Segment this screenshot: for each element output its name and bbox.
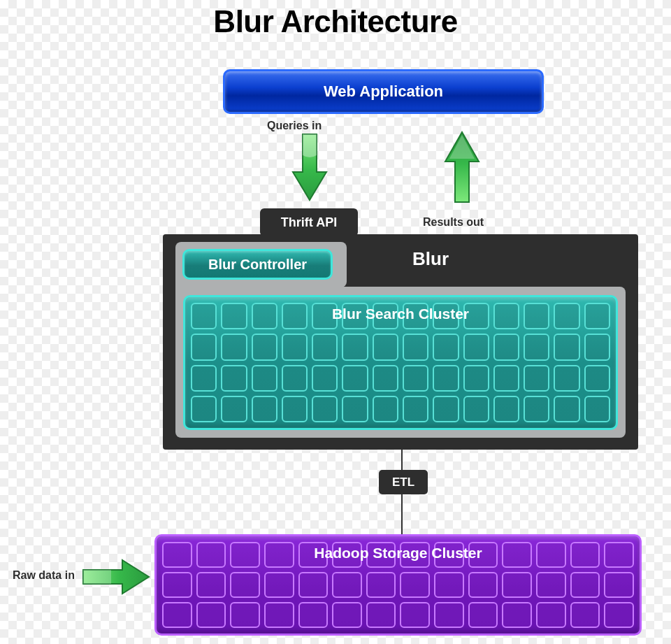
cluster-node xyxy=(332,572,362,598)
cluster-node xyxy=(264,572,294,598)
blur-search-cluster-box: Blur Search Cluster xyxy=(183,295,618,430)
cluster-node xyxy=(312,365,338,392)
cluster-node xyxy=(264,602,294,628)
web-application-label: Web Application xyxy=(324,83,443,101)
cluster-node xyxy=(162,572,192,598)
cluster-node xyxy=(434,602,464,628)
cluster-node xyxy=(342,396,368,422)
cluster-node xyxy=(342,365,368,392)
cluster-node xyxy=(604,572,634,598)
cluster-node xyxy=(584,396,610,422)
cluster-node xyxy=(366,572,396,598)
cluster-node xyxy=(604,602,634,628)
arrow-down-icon xyxy=(290,133,329,203)
cluster-node xyxy=(298,572,329,598)
queries-in-label: Queries in xyxy=(267,120,322,132)
arrow-right-icon xyxy=(82,557,152,596)
cluster-node xyxy=(524,396,549,422)
cluster-node xyxy=(366,602,396,628)
cluster-node xyxy=(312,334,338,360)
cluster-node xyxy=(468,602,498,628)
cluster-node xyxy=(554,365,579,392)
etl-box: ETL xyxy=(379,470,428,494)
cluster-node xyxy=(493,396,519,422)
cluster-node xyxy=(298,602,329,628)
cluster-node xyxy=(400,602,430,628)
cluster-node xyxy=(282,365,308,392)
cluster-node xyxy=(332,602,362,628)
cluster-node xyxy=(191,365,217,392)
cluster-node xyxy=(433,365,459,392)
cluster-node xyxy=(584,365,610,392)
blur-label: Blur xyxy=(412,248,449,270)
cluster-node xyxy=(252,396,277,422)
raw-data-in-label: Raw data in xyxy=(13,569,75,582)
cluster-node xyxy=(463,365,489,392)
thrift-api-label: Thrift API xyxy=(281,215,337,230)
cluster-node xyxy=(502,602,532,628)
cluster-node xyxy=(403,365,428,392)
hadoop-cluster-label: Hadoop Storage Cluster xyxy=(157,545,640,561)
cluster-node xyxy=(463,334,489,360)
cluster-node xyxy=(221,396,247,422)
cluster-node xyxy=(463,396,489,422)
cluster-node xyxy=(282,396,308,422)
cluster-node xyxy=(493,334,519,360)
cluster-node xyxy=(524,365,549,392)
cluster-node xyxy=(373,365,398,392)
cluster-node xyxy=(493,365,519,392)
cluster-node xyxy=(554,396,579,422)
cluster-node xyxy=(433,334,459,360)
cluster-node xyxy=(570,602,600,628)
cluster-node xyxy=(434,572,464,598)
thrift-api-box: Thrift API xyxy=(260,208,358,236)
cluster-node xyxy=(373,334,398,360)
cluster-node xyxy=(403,334,428,360)
cluster-node xyxy=(282,334,308,360)
etl-label: ETL xyxy=(392,475,414,489)
cluster-node xyxy=(196,572,226,598)
cluster-node xyxy=(196,602,226,628)
cluster-node xyxy=(221,365,247,392)
cluster-node xyxy=(342,334,368,360)
cluster-node xyxy=(468,572,498,598)
cluster-node xyxy=(221,334,247,360)
web-application-box: Web Application xyxy=(223,69,544,114)
blur-controller-box: Blur Controller xyxy=(182,249,333,280)
cluster-node xyxy=(252,365,277,392)
results-out-label: Results out xyxy=(423,216,484,229)
cluster-node xyxy=(536,602,566,628)
arrow-up-icon xyxy=(442,131,482,204)
cluster-node xyxy=(524,334,549,360)
cluster-node xyxy=(191,334,217,360)
diagram-title: Blur Architecture xyxy=(0,4,671,39)
cluster-node xyxy=(230,572,260,598)
cluster-node xyxy=(536,572,566,598)
blur-controller-label: Blur Controller xyxy=(208,257,307,273)
cluster-node xyxy=(252,334,277,360)
cluster-node xyxy=(312,396,338,422)
cluster-node xyxy=(502,572,532,598)
cluster-node xyxy=(373,396,398,422)
cluster-node xyxy=(400,572,430,598)
cluster-node xyxy=(162,602,192,628)
cluster-node xyxy=(570,572,600,598)
hadoop-cluster-box: Hadoop Storage Cluster xyxy=(154,534,642,636)
cluster-node xyxy=(191,396,217,422)
cluster-node xyxy=(403,396,428,422)
blur-search-cluster-label: Blur Search Cluster xyxy=(185,306,616,322)
cluster-node xyxy=(584,334,610,360)
cluster-node xyxy=(433,396,459,422)
cluster-node xyxy=(554,334,579,360)
cluster-node xyxy=(230,602,260,628)
